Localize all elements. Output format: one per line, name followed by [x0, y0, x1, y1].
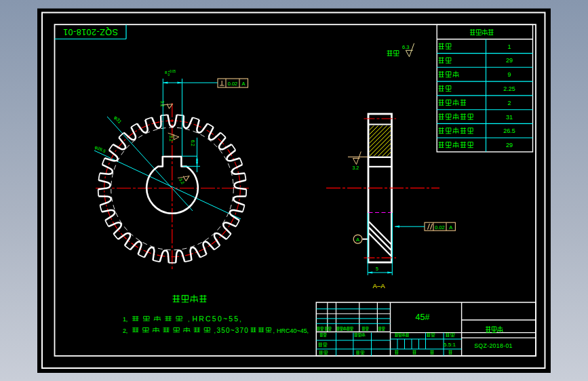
svg-text:6.3: 6.3	[402, 44, 409, 50]
svg-text:A: A	[241, 81, 245, 87]
svg-text:,: ,	[188, 316, 190, 323]
svg-text:31: 31	[506, 114, 513, 121]
svg-text:2: 2	[507, 100, 511, 106]
svg-text:A: A	[449, 224, 452, 230]
svg-text:3.2: 3.2	[353, 165, 359, 170]
svg-text:SQZ-2018-01: SQZ-2018-01	[474, 342, 513, 349]
svg-text:2‚: 2‚	[123, 327, 128, 334]
svg-text:,: ,	[273, 327, 275, 334]
svg-text:1‚: 1‚	[123, 316, 128, 323]
svg-text:29: 29	[506, 142, 513, 148]
svg-text:SQZ-2018-01: SQZ-2018-01	[63, 27, 118, 37]
svg-text:5: 5	[376, 266, 378, 271]
svg-text:26.5: 26.5	[503, 127, 515, 134]
svg-text:HRC50~55‚: HRC50~55‚	[193, 315, 243, 323]
svg-text:1: 1	[507, 43, 511, 50]
svg-text:0.02: 0.02	[435, 224, 445, 230]
svg-text:,: ,	[214, 327, 216, 334]
svg-text:2.25: 2.25	[503, 85, 515, 92]
svg-text:A–A: A–A	[373, 282, 386, 289]
svg-text:3.2: 3.2	[160, 100, 165, 106]
svg-text:5.5:1: 5.5:1	[444, 342, 456, 348]
svg-text:9: 9	[507, 71, 511, 78]
svg-text:6.2: 6.2	[191, 140, 195, 146]
svg-text:350~370: 350~370	[217, 327, 250, 334]
svg-text:29: 29	[506, 57, 513, 64]
svg-text:A: A	[356, 237, 359, 243]
svg-text:3.2: 3.2	[169, 135, 174, 141]
svg-text:45#: 45#	[416, 313, 430, 322]
svg-text:0.02: 0.02	[228, 81, 238, 87]
svg-text:HRC40~45‚: HRC40~45‚	[277, 327, 309, 334]
